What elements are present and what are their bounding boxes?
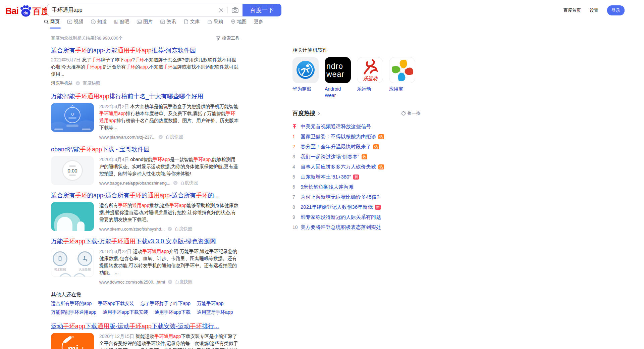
filter-icon <box>216 36 220 41</box>
baidu-logo[interactable]: Bai du 百度 <box>5 5 50 17</box>
app-card-le-sport[interactable]: 乐运动 乐运动 <box>357 57 383 99</box>
cached-snapshot-link[interactable]: 百度快照 <box>180 180 198 186</box>
app-label[interactable]: 华为穿戴 <box>292 86 319 92</box>
result-snippet: 适合所有手环的通用app推荐,这些手环app能够帮助检测身体健康数据,并提醒你适… <box>99 202 239 223</box>
hot-item[interactable]: 8 2021年结婚登记人数创36年新低 新 <box>292 202 421 212</box>
hot-item[interactable]: 4 当事人回应拼多多六万人砍价失败 热 <box>292 162 421 172</box>
hot-item[interactable]: 6 9米长鲸鱼搁浅大连海滩 <box>292 182 421 192</box>
tab-video[interactable]: 视频 <box>67 19 83 29</box>
related-link[interactable]: 通用手环app下载 <box>155 309 191 315</box>
app-card-yingyongbao[interactable]: 应用宝 <box>389 57 415 99</box>
hot-item-text: 我们一起跨过这场“倒春寒” <box>301 154 359 160</box>
hot-item-text: 2021年结婚登记人数创36年新低 <box>301 204 373 210</box>
hot-rank: 1 <box>292 134 301 139</box>
related-link[interactable]: 手环app下载安装 <box>98 301 134 307</box>
results-column: 百度为您找到相关结果约8,990,000个 搜索工具 适合所有手环的app-万能… <box>51 36 239 349</box>
cached-snapshot-link[interactable]: 百度快照 <box>175 226 192 232</box>
result-thumbnail-steps[interactable]: 0 <box>51 103 94 132</box>
chevron-down-icon[interactable] <box>168 280 172 284</box>
related-link[interactable]: 适合所有手环的app <box>51 301 92 307</box>
tab-webpage[interactable]: 网页 <box>44 19 60 29</box>
tab-zhidao[interactable]: ? 知道 <box>91 19 107 29</box>
result-thumbnail-reminders[interactable]: 喝水提醒 久坐提醒 <box>51 248 94 277</box>
header-top-right: 百度首页 设置 登录 <box>564 5 625 15</box>
result-thumbnail-cloud[interactable] <box>51 202 94 231</box>
huawei-wear-icon <box>292 57 319 83</box>
result-title[interactable]: 适合所有手环的app-适合所有手环的通用app-适合所有手环的... <box>51 191 239 199</box>
settings-link[interactable]: 设置 <box>590 7 598 13</box>
tab-caigou[interactable]: 采购 <box>207 19 223 29</box>
chevron-down-icon[interactable] <box>158 135 163 139</box>
tab-label: 采购 <box>214 19 223 25</box>
hot-item-text: 韩专家称没得新冠的人际关系有问题 <box>301 214 381 220</box>
app-label[interactable]: 应用宝 <box>389 86 415 92</box>
hot-item-text: 中美元首视频通话释放这些信号 <box>301 123 371 130</box>
tab-map[interactable]: 地图 <box>230 19 247 29</box>
app-label[interactable]: 乐运动 <box>357 86 383 92</box>
hot-refresh-button[interactable]: 换一换 <box>401 110 421 116</box>
related-link[interactable]: 万能手环app <box>197 301 223 307</box>
result-title[interactable]: oband智能手环app下载 - 宝哥软件园 <box>51 145 239 153</box>
related-software-title: 相关计算机软件 <box>292 47 421 53</box>
svg-text:mi: mi <box>68 344 78 349</box>
result-body: 适合所有手环的通用app推荐,这些手环app能够帮助检测身体健康数据,并提醒你适… <box>51 202 239 232</box>
result-title[interactable]: 万能智能手环通用app排行榜前十名_十大有哪些哪个好用 <box>51 92 239 100</box>
svg-text:乐运动: 乐运动 <box>363 76 378 81</box>
app-card-android-wear[interactable]: ndro wear Android Wear <box>325 57 351 99</box>
result-title[interactable]: 运动手环app下载通用版-运动手环app下载安装-运动手环排行... <box>51 322 239 330</box>
cached-snapshot-link[interactable]: 百度快照 <box>83 80 100 86</box>
result-text-column: 2020年3月4日 oband智能手环app是一款智能手环app,能够检测用户的… <box>99 156 239 186</box>
related-link[interactable]: 万能智能手环通用app <box>51 309 96 315</box>
result-title[interactable]: 适合所有手环的app-万能通用手环app推荐-河东软件园 <box>51 46 239 54</box>
search-button[interactable]: 百度一下 <box>243 4 281 16</box>
tab-bar: 网页 视频 ? 知道 贴 贴吧 图片 <box>44 19 263 29</box>
related-link[interactable]: 通用手环app下载安装 <box>103 309 148 315</box>
result-thumbnail-clock[interactable]: 0:00 <box>51 156 94 185</box>
tab-more[interactable]: 更多 <box>254 19 263 29</box>
clear-icon[interactable] <box>219 8 224 13</box>
chevron-down-icon[interactable] <box>167 227 172 231</box>
cached-snapshot-link[interactable]: 百度快照 <box>175 279 193 285</box>
search-box[interactable] <box>47 4 243 16</box>
result-footer: www.downcc.com/soft/2500...html 百度快照 <box>99 279 239 285</box>
hot-item-top[interactable]: 中美元首视频通话释放这些信号 <box>292 121 421 132</box>
chevron-right-icon[interactable] <box>317 111 321 115</box>
tab-news[interactable]: 资讯 <box>160 19 176 29</box>
result-thumbnail-mi[interactable]: mi <box>51 333 94 349</box>
home-link[interactable]: 百度首页 <box>564 7 581 13</box>
result-footer: www.okemu.com/ztsoft/shsyshd... 百度快照 <box>99 226 239 232</box>
login-button[interactable]: 登录 <box>607 5 625 15</box>
tab-label: 知道 <box>97 19 107 25</box>
hot-search-header: 百度热搜 换一换 <box>292 109 421 117</box>
app-label[interactable]: Android Wear <box>325 86 351 99</box>
partial-circle <box>59 273 72 277</box>
hot-item[interactable]: 1 国家卫健委：不得以核酸为由拒诊 热 <box>292 132 421 142</box>
hot-search-title[interactable]: 百度热搜 <box>292 109 315 117</box>
news-icon <box>160 19 165 24</box>
hot-item-text: 当事人回应拼多多六万人砍价失败 <box>301 164 376 170</box>
hot-item[interactable]: 3 我们一起跨过这场“倒春寒” 热 <box>292 152 421 162</box>
app-card-huawei-wear[interactable]: 华为穿戴 <box>292 57 319 99</box>
hot-item[interactable]: 9 韩专家称没得新冠的人际关系有问题 <box>292 212 421 222</box>
hot-item-text: 美方要将拜登总统积极表态落到实处 <box>301 224 381 231</box>
related-link[interactable]: 通用蓝牙手环app <box>197 309 233 315</box>
camera-icon[interactable] <box>231 7 239 13</box>
tab-images[interactable]: 图片 <box>137 19 153 29</box>
hot-item[interactable]: 10 美方要将拜登总统积极表态落到实处 <box>292 222 421 232</box>
hot-item-text: 为何上海新增无症状比确诊多45倍? <box>301 194 379 200</box>
result-title[interactable]: 万能手环app下载-万能手环通用下载v3.3.0 安卓版-绿色资源网 <box>51 237 239 245</box>
cached-snapshot-link[interactable]: 百度快照 <box>166 134 183 140</box>
related-link[interactable]: 忘了手环牌子了咋下app <box>141 301 191 307</box>
chevron-down-icon[interactable] <box>173 181 178 185</box>
hot-item[interactable]: 7 为何上海新增无症状比确诊多45倍? <box>292 192 421 202</box>
result-url: www.baoge.net/app/obandzhineng... <box>99 181 170 186</box>
tab-tieba[interactable]: 贴 贴吧 <box>114 19 129 29</box>
search-input[interactable] <box>52 7 219 13</box>
result-source[interactable]: 河东手机站 <box>51 80 73 86</box>
hot-item[interactable]: 5 山东新增本土“51+380” 新 <box>292 172 421 182</box>
cloud-shape <box>57 217 72 231</box>
hot-item[interactable]: 2 春分至！全年升温最快时段来了 热 <box>292 142 421 152</box>
search-tools-button[interactable]: 搜索工具 <box>216 35 239 41</box>
chevron-down-icon[interactable] <box>75 81 80 86</box>
tab-wenku[interactable]: 文库 <box>183 19 200 29</box>
